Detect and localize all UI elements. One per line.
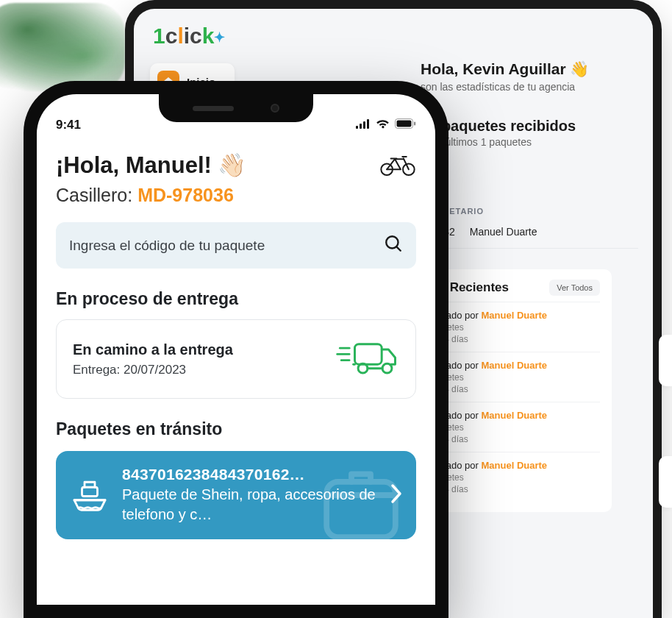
phone-notch — [159, 94, 313, 122]
cellular-icon — [356, 118, 371, 132]
battery-icon — [395, 118, 416, 132]
phone-frame: 9:41 ¡Hola, Manuel! 👋🏻 Casillero: — [24, 81, 448, 618]
decorative-blob — [0, 3, 125, 91]
svg-rect-10 — [355, 344, 382, 365]
svg-rect-6 — [414, 122, 415, 126]
recent-card: es Recientes Ver Todos licitado por Manu… — [421, 269, 612, 512]
search-icon — [384, 234, 403, 257]
received-sub: o los últimos 1 paquetes — [421, 136, 638, 148]
tablet-greeting: Hola, Kevin Aguillar 👋 — [421, 60, 638, 78]
recent-user: Manuel Duarte — [481, 310, 547, 321]
owner-column-header: PROPIETARIO — [421, 207, 638, 216]
status-time: 9:41 — [56, 118, 81, 132]
svg-rect-13 — [326, 482, 396, 537]
offscreen-card-peek — [659, 456, 672, 508]
svg-rect-5 — [397, 121, 412, 127]
row-owner: Manuel Duarte — [470, 226, 537, 238]
bicycle-icon[interactable] — [379, 152, 416, 181]
locker-label: Casillero: — [56, 185, 132, 205]
svg-rect-2 — [363, 121, 365, 129]
delivery-card[interactable]: En camino a la entrega Entrega: 20/07/20… — [56, 319, 416, 399]
truck-icon — [335, 336, 399, 382]
transit-section-title: Paquetes en tránsito — [56, 419, 416, 439]
list-item[interactable]: licitado por Manuel Duarte aquetes ce 4 … — [432, 402, 600, 452]
ship-icon — [69, 473, 110, 517]
recent-user: Manuel Duarte — [481, 360, 547, 371]
delivery-section-title: En proceso de entrega — [56, 289, 416, 309]
svg-rect-3 — [367, 119, 369, 129]
box-watermark-icon — [313, 457, 409, 539]
list-item[interactable]: licitado por Manuel Duarte aquetes ce 4 … — [432, 352, 600, 402]
received-title: os paquetes recibidos — [421, 118, 638, 135]
delivery-status: En camino a la entrega — [73, 341, 233, 358]
locker-code: MD-978036 — [137, 185, 234, 205]
view-all-button[interactable]: Ver Todos — [549, 280, 600, 296]
svg-rect-0 — [356, 126, 358, 129]
search-placeholder: Ingresa el código de tu paquete — [69, 238, 265, 254]
svg-point-12 — [382, 363, 392, 373]
locker-row: Casillero: MD-978036 — [56, 185, 246, 206]
wifi-icon — [376, 118, 390, 132]
transit-card[interactable]: 8437016238484370162… Paquete de Shein, r… — [56, 451, 416, 539]
offscreen-card-peek — [659, 335, 672, 386]
list-item[interactable]: licitado por Manuel Duarte aquetes ce 4 … — [432, 452, 600, 502]
recent-user: Manuel Duarte — [481, 460, 547, 471]
brand-logo: 1click✦ — [150, 19, 228, 53]
recent-user: Manuel Duarte — [481, 410, 547, 421]
svg-rect-14 — [82, 487, 98, 496]
svg-rect-1 — [360, 124, 362, 129]
search-input[interactable]: Ingresa el código de tu paquete — [56, 222, 416, 269]
list-item[interactable]: licitado por Manuel Duarte aquetes ce 4 … — [432, 302, 600, 352]
phone-greeting: ¡Hola, Manuel! 👋🏻 — [56, 152, 246, 179]
table-row[interactable]: 768132 Manuel Duarte — [421, 226, 638, 249]
tablet-greeting-sub: son las estadísticas de tu agencia — [421, 81, 638, 93]
delivery-date: Entrega: 20/07/2023 — [73, 363, 233, 377]
